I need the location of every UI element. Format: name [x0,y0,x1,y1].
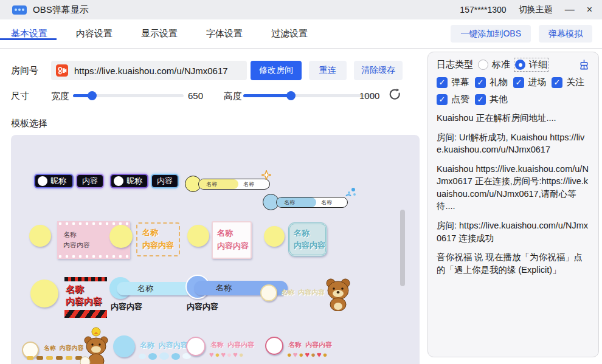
room-url-input[interactable] [73,65,240,77]
log-message: 房间: https://live.kuaishou.com/u/NJmx0617… [437,219,590,244]
minimize-button[interactable]: — [565,5,575,15]
tab-content-settings[interactable]: 内容设置 [76,28,112,39]
log-message: Kuaishou 正在解析房间地址.... [437,112,590,125]
width-value: 650 [188,91,203,101]
clear-cache-button[interactable]: 清除缓存 [354,61,403,80]
radio-standard[interactable]: 标准 [478,59,510,70]
height-slider-handle[interactable] [286,91,296,100]
template-item-yellow-pill[interactable]: 名称名称 [185,175,276,193]
template-scrollbar[interactable] [400,210,405,286]
width-label: 宽度 [51,91,69,102]
template-panel: 昵称 内容 昵称 内容 名称名称 名称名称 [11,135,420,364]
filter-other[interactable]: ✓其他 [475,94,513,105]
bear-chick-icon [78,327,114,364]
height-label: 高度 [224,91,242,102]
modify-room-button[interactable]: 修改房间 [251,61,302,80]
template-item-dark-blue[interactable]: 昵称 内容 [34,174,104,188]
filter-gift[interactable]: ✓礼物 [475,77,513,88]
log-message: 音你祝福 说 现在播放「为你祝福」点的「遇上你是我的缘 (Explicit)」 [437,251,590,276]
add-to-obs-button[interactable]: 一键添加到OBS [451,25,531,43]
template-item-pink-mix[interactable]: 名称 内容内容 ●♥●♥●♥● [265,335,362,364]
title-bar: OBS弹幕显示 157****1300 切换主题 — × [0,0,602,19]
template-item-dark-purple[interactable]: 昵称 内容 [110,174,179,188]
splash-icon [344,187,356,198]
tab-font-settings[interactable]: 字体设置 [206,28,243,39]
hearts-decoration: ♥●♥●♥● [209,350,245,359]
log-filters: ✓弹幕 ✓礼物 ✓进场 ✓关注 ✓点赞 ✓其他 [437,77,590,111]
tab-display-settings[interactable]: 显示设置 [141,28,178,39]
checkbox-checked: ✓ [475,94,486,105]
tab-bar: 基本设置 内容设置 显示设置 字体设置 过滤设置 一键添加到OBS 弹幕模拟 [0,19,602,49]
height-value: 1000 [359,91,379,101]
checkbox-checked: ✓ [552,77,562,88]
radio-standard-circle[interactable] [478,60,488,70]
kuaishou-icon [56,64,68,77]
checkbox-checked: ✓ [475,77,486,88]
size-label: 尺寸 [11,91,29,102]
template-item-cream-bear[interactable]: 名称 内容内容 [260,275,358,315]
filter-like[interactable]: ✓点赞 [437,94,475,105]
spark-icon [261,170,271,180]
height-slider[interactable] [243,86,376,105]
checkbox-checked: ✓ [513,77,524,88]
log-type-label: 日志类型 [437,59,473,70]
filter-danmu[interactable]: ✓弹幕 [437,77,475,88]
template-item-teal-box[interactable]: 名称内容内容 [264,220,337,263]
checkbox-checked: ✓ [437,94,448,105]
template-item-dashed-orange[interactable]: 名称内容内容 [109,220,189,263]
app-title: OBS弹幕显示 [33,4,89,16]
switch-theme-button[interactable]: 切换主题 [519,4,553,15]
log-message: 房间: Url解析成功, Kuaishou https://live.kuais… [437,131,590,156]
mixed-decoration: ●♥●♥●♥● [287,350,329,359]
radio-detailed[interactable]: 详细 [515,59,547,70]
active-tab-underline [0,38,57,40]
template-item-white-pink[interactable]: 名称内容内容 [187,220,260,263]
radio-detailed-circle[interactable] [515,60,525,70]
template-select-label: 模板选择 [11,118,47,129]
filter-follow[interactable]: ✓关注 [552,77,590,88]
app-logo-icon [12,5,27,15]
obs-danmu-window: OBS弹幕显示 157****1300 切换主题 — × 基本设置 内容设置 显… [0,0,602,364]
checkbox-checked: ✓ [437,77,448,88]
tab-basic-settings[interactable]: 基本设置 [11,28,47,39]
template-item-bear-road[interactable]: 名称 内容内容 [22,338,125,364]
clear-log-icon[interactable] [578,59,590,70]
filter-enter[interactable]: ✓进场 [513,77,552,88]
refresh-icon[interactable] [388,88,403,102]
account-label[interactable]: 157****1300 [460,5,506,15]
log-panel: 日志类型 标准 详细 ✓弹幕 ✓礼物 ✓进场 ✓关注 ✓点赞 ✓其他 [427,52,599,357]
log-message: Kuaishou https://live.kuaishou.com/u/NJm… [437,163,590,213]
width-slider-handle[interactable] [88,91,97,100]
room-number-label: 房间号 [11,65,38,77]
close-button[interactable]: × [587,5,592,15]
tab-filter-settings[interactable]: 过滤设置 [271,28,308,39]
danmu-simulate-button[interactable]: 弹幕模拟 [539,25,592,43]
width-slider[interactable] [73,86,184,105]
reconnect-button[interactable]: 重连 [309,61,347,80]
room-url-field[interactable] [51,61,247,80]
log-messages: Kuaishou 正在解析房间地址.... 房间: Url解析成功, Kuais… [437,112,590,276]
template-item-blue-pill[interactable]: 名称名称 [263,193,354,211]
bear-icon [322,276,354,311]
